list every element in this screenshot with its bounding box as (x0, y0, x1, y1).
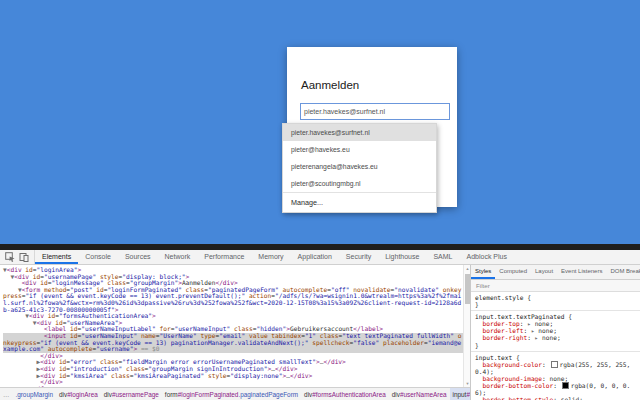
breadcrumb-item[interactable]: div#formsAuthenticationArea (301, 388, 389, 400)
tree-node-selected[interactable]: <input id="userNameInput" name="UserName… (3, 333, 463, 353)
css-rule[interactable]: input.text { background-color: rgba(255,… (471, 352, 640, 400)
devtools-tab-saml[interactable]: SAML (426, 250, 459, 264)
css-line: input.text { (475, 354, 636, 361)
device-toolbar-icon[interactable] (17, 251, 31, 263)
sidebar-tab-event-listeners[interactable]: Event Listeners (557, 265, 606, 279)
sidebar-tab-computed[interactable]: Computed (495, 265, 531, 279)
devtools-toolbar: ElementsConsoleSourcesNetworkPerformance… (0, 250, 640, 265)
devtools-tab-network[interactable]: Network (158, 250, 198, 264)
css-line: border-top: ▸ none; (475, 320, 636, 327)
autofill-suggestion[interactable]: pieterenangela@havekes.eu (283, 158, 436, 175)
devtools-tab-security[interactable]: Security (339, 250, 378, 264)
devtools-tab-console[interactable]: Console (78, 250, 118, 264)
sidebar-tab-strip: StylesComputedLayoutEvent ListenersDOM B… (471, 265, 640, 280)
devtools-tab-lighthouse[interactable]: Lighthouse (378, 250, 426, 264)
elements-tree-wrap: ▼<div id="loginArea"> ▼<div id="username… (0, 265, 470, 387)
tree-node[interactable]: </div> (3, 379, 463, 386)
css-line: background-color: rgba(255, 255, 255, 0.… (475, 361, 636, 375)
devtools-body: ▼<div id="loginArea"> ▼<div id="username… (0, 265, 640, 400)
autofill-dropdown: pieter.havekes@surfnet.nlpieter@havekes.… (282, 123, 437, 213)
breadcrumb-item-active[interactable]: input#userNameInput.text.textPaginated.f… (450, 388, 470, 400)
devtools-tab-memory[interactable]: Memory (251, 250, 290, 264)
tree-node[interactable]: ▶<div id="kmsiArea" class="kmsiAreaPagin… (3, 373, 463, 380)
breadcrumb-item[interactable]: div#userNameArea (389, 388, 450, 400)
css-line: } (475, 301, 636, 308)
css-line: border-left: ▸ none; (475, 327, 636, 334)
devtools-tab-adblock-plus[interactable]: Adblock Plus (459, 250, 513, 264)
breadcrumb-item[interactable]: div#usernamePage (101, 388, 162, 400)
css-line: } (475, 342, 636, 349)
css-rule[interactable]: input.text.textPaginated { border-top: ▸… (471, 311, 640, 351)
screenshot-root: Aanmelden pieter.havekes@surfnet.nl piet… (0, 0, 640, 400)
css-line: border-bottom-style: solid; (475, 396, 636, 400)
css-rules-list: element.style {}input.text.textPaginated… (471, 292, 640, 400)
devtools-toolbar-icons (0, 250, 35, 264)
autofill-items: pieter.havekes@surfnet.nlpieter@havekes.… (283, 124, 436, 192)
elements-pane: ▼<div id="loginArea"> ▼<div id="username… (0, 265, 470, 400)
autofill-suggestion[interactable]: pieter@havekes.eu (283, 141, 436, 158)
scroll-down-icon[interactable]: ▼ (464, 380, 470, 387)
scroll-up-icon[interactable]: ▲ (464, 265, 470, 272)
login-page-background: Aanmelden pieter.havekes@surfnet.nl piet… (0, 0, 640, 244)
breadcrumb-item[interactable]: div#loginArea (56, 388, 101, 400)
elements-scrollbar[interactable]: ▲ ▼ (463, 265, 470, 387)
css-line: input.text.textPaginated { (475, 313, 636, 320)
css-line: border-bottom-color: rgba(0, 0, 0, 0.6); (475, 382, 636, 396)
css-line: background-image: none; (475, 375, 636, 382)
autofill-suggestion[interactable]: pieter@scoutingmbg.nl (283, 175, 436, 192)
autofill-suggestion[interactable]: pieter.havekes@surfnet.nl (283, 124, 436, 141)
breadcrumb-item[interactable]: form#loginFormPaginated.paginatedPageFor… (162, 388, 301, 400)
devtools-tab-sources[interactable]: Sources (118, 250, 158, 264)
css-line: element.style { (475, 294, 636, 301)
sidebar-tab-dom-breakpoints[interactable]: DOM Breakpoints (606, 265, 640, 279)
devtools-tab-elements[interactable]: Elements (35, 250, 78, 264)
css-line: border-right: ▸ none; (475, 334, 636, 341)
sidebar-tab-styles[interactable]: Styles (471, 265, 495, 279)
inspect-element-icon[interactable] (3, 251, 17, 263)
username-input[interactable]: pieter.havekes@surfnet.nl (300, 103, 450, 120)
sidebar-tab-layout[interactable]: Layout (531, 265, 557, 279)
devtools-panel: ElementsConsoleSourcesNetworkPerformance… (0, 250, 640, 400)
styles-sidebar: StylesComputedLayoutEvent ListenersDOM B… (470, 265, 640, 400)
scrollbar-thumb[interactable] (465, 274, 470, 304)
devtools-tab-application[interactable]: Application (291, 250, 339, 264)
devtools-tab-strip: ElementsConsoleSourcesNetworkPerformance… (35, 250, 514, 264)
elements-tree: ▼<div id="loginArea"> ▼<div id="username… (0, 265, 463, 387)
breadcrumb: ….groupMargindiv#loginAreadiv#usernamePa… (0, 387, 470, 400)
css-rule[interactable]: element.style {} (471, 292, 640, 311)
breadcrumb-item[interactable]: .groupMargin (12, 388, 56, 400)
autofill-manage-item[interactable]: Manage... (283, 192, 436, 212)
styles-filter-input[interactable]: Filter (471, 280, 640, 292)
tree-node[interactable]: </form> (3, 386, 463, 387)
tree-node[interactable]: ▼<form method="post" id="loginFormPagina… (3, 287, 463, 313)
devtools-tab-performance[interactable]: Performance (197, 250, 251, 264)
login-title: Aanmelden (301, 79, 359, 91)
breadcrumb-item[interactable]: … (0, 388, 12, 400)
